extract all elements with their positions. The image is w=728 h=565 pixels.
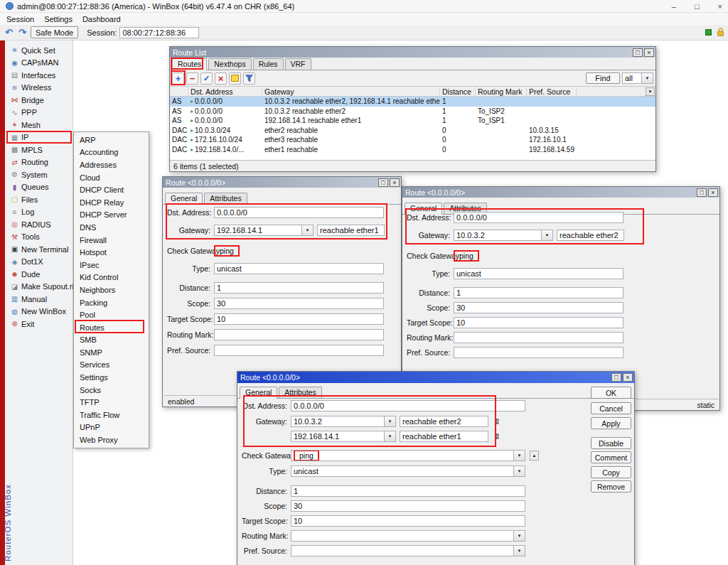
distance-field[interactable]: 1 [214, 282, 384, 294]
check-gateway-field[interactable]: ping▼ [291, 450, 525, 461]
table-row[interactable]: DAC▸10.0.3.0/24ether2 reachable010.0.3.1… [170, 126, 655, 136]
tab-routes[interactable]: Routes [172, 58, 207, 70]
pref-source-field[interactable] [454, 347, 623, 358]
ip-submenu-dhcp-client[interactable]: DHCP Client [74, 183, 149, 196]
check-gateway-field-text[interactable]: ping [291, 450, 514, 461]
add-route-button[interactable]: + [172, 72, 184, 85]
ip-submenu-cloud[interactable]: Cloud [74, 171, 149, 184]
menu-dashboard[interactable]: Dashboard [77, 15, 126, 23]
remove-entry-icon[interactable]: ▲ [530, 451, 539, 461]
sidebar-item-make-supout-rif[interactable]: ◪Make Supout.rif [5, 281, 73, 294]
gateway-status-field[interactable]: reachable ether2 [400, 416, 488, 427]
column-header-distance[interactable]: Distance [440, 87, 476, 96]
table-row[interactable]: DAC▸192.168.14.0/...ether1 reachable0192… [170, 145, 655, 155]
reorder-gateway-icon[interactable]: ⇕ [494, 417, 500, 426]
menu-settings[interactable]: Settings [39, 15, 77, 23]
ip-submenu-neighbors[interactable]: Neighbors [74, 284, 149, 296]
ip-submenu-tftp[interactable]: TFTP [74, 396, 149, 409]
ip-submenu-socks[interactable]: Socks [74, 384, 149, 397]
ip-submenu-arp[interactable]: ARP [74, 134, 149, 146]
distance-field[interactable]: 1 [291, 485, 525, 497]
sidebar-item-dude[interactable]: ☻Dude [5, 268, 73, 281]
ip-submenu-dns[interactable]: DNS [74, 221, 149, 234]
column-chooser-icon[interactable]: ▼ [646, 87, 655, 96]
table-row[interactable]: DAC▸172.16.10.0/24ether3 reachable0172.1… [170, 135, 655, 145]
gateway-status-field[interactable]: reachable ether1 [400, 431, 488, 442]
sidebar-item-bridge[interactable]: ⋈Bridge [5, 94, 73, 107]
gateway-status-field[interactable]: reachable ether1 [317, 225, 385, 236]
dropdown-arrow-icon[interactable]: ▼ [302, 225, 314, 236]
sidebar-item-wireless[interactable]: ≋Wireless [5, 82, 73, 95]
routing-mark-field[interactable]: ▼ [291, 530, 525, 542]
filter-scope-select[interactable]: all ▼ [622, 72, 653, 84]
sidebar-item-queues[interactable]: ▮Queues [5, 181, 73, 194]
ip-submenu-dhcp-server[interactable]: DHCP Server [74, 209, 149, 222]
dropdown-arrow-icon[interactable]: ▼ [385, 416, 396, 427]
safe-mode-button[interactable]: Safe Mode [31, 26, 78, 38]
apply-button[interactable]: Apply [591, 417, 631, 429]
scope-field[interactable]: 30 [454, 302, 623, 313]
ip-submenu-hotspot[interactable]: Hotspot [74, 246, 149, 259]
ip-submenu-packing[interactable]: Packing [74, 296, 149, 309]
ip-submenu-kid-control[interactable]: Kid Control [74, 271, 149, 284]
find-button[interactable]: Find [586, 72, 620, 84]
sidebar-item-tools[interactable]: ⚒Tools [5, 231, 73, 244]
session-field[interactable]: 08:00:27:12:88:36 [119, 27, 199, 38]
sidebar-item-interfaces[interactable]: ▤Interfaces [5, 69, 73, 82]
sidebar-item-log[interactable]: ≡Log [5, 206, 73, 219]
gateway-status-field[interactable]: reachable ether2 [557, 230, 624, 241]
cancel-button[interactable]: Cancel [591, 402, 631, 414]
target-scope-field[interactable]: 10 [454, 317, 623, 328]
ip-submenu-snmp[interactable]: SNMP [74, 346, 149, 359]
routing-mark-field-text[interactable] [291, 530, 514, 542]
ip-submenu-settings[interactable]: Settings [74, 371, 149, 384]
gateway-field[interactable]: 192.168.14.1▼ [291, 431, 396, 442]
pref-source-field-text[interactable] [291, 545, 514, 556]
column-header-flags[interactable] [170, 87, 188, 96]
sidebar-item-new-winbox[interactable]: ◍New WinBox [5, 306, 73, 318]
column-header-routing-mark[interactable]: Routing Mark [476, 87, 527, 96]
sidebar-item-mpls[interactable]: ▩MPLS [5, 144, 73, 156]
disable-route-button[interactable]: × [215, 72, 227, 85]
column-header-pref-source[interactable]: Pref. Source [527, 87, 577, 96]
ip-submenu-accounting[interactable]: Accounting [74, 146, 149, 159]
target-scope-field[interactable]: 10 [291, 515, 525, 527]
dropdown-arrow-icon[interactable]: ▼ [542, 230, 553, 241]
ip-submenu-smb[interactable]: SMB [74, 334, 149, 347]
dropdown-arrow-icon[interactable]: ▼ [514, 530, 525, 542]
ip-submenu-traffic-flow[interactable]: Traffic Flow [74, 409, 149, 421]
dst-address-field[interactable]: 0.0.0.0/0 [214, 207, 384, 218]
sidebar-item-dot1x[interactable]: ◈Dot1X [5, 256, 73, 269]
dropdown-arrow-icon[interactable]: ▼ [514, 466, 525, 477]
type-field-text[interactable]: unicast [291, 466, 514, 477]
tab-rules[interactable]: Rules [253, 58, 284, 70]
dropdown-arrow-icon[interactable]: ▼ [514, 450, 525, 461]
sidebar-item-system[interactable]: ⚙System [5, 168, 73, 181]
ip-submenu-firewall[interactable]: Firewall [74, 234, 149, 247]
sidebar-item-manual[interactable]: ▥Manual [5, 293, 73, 306]
table-row[interactable]: AS▸0.0.0.0/0192.168.14.1 reachable ether… [170, 116, 655, 126]
column-header-gateway[interactable]: Gateway [262, 87, 440, 96]
target-scope-field[interactable]: 10 [214, 313, 384, 325]
column-header-dst-address[interactable]: Dst. Address [188, 87, 262, 96]
gateway-field-text[interactable]: 10.0.3.2 [454, 230, 542, 241]
pref-source-field[interactable]: ▼ [291, 545, 525, 556]
sidebar-item-capsman[interactable]: ◉CAPsMAN [5, 57, 73, 70]
reorder-gateway-icon[interactable]: ⇕ [494, 432, 500, 441]
remove-button[interactable]: Remove [591, 480, 631, 493]
dropdown-arrow-icon[interactable]: ▼ [514, 545, 525, 556]
ip-submenu-routes[interactable]: Routes [74, 321, 149, 334]
sidebar-item-exit[interactable]: ⊗Exit [5, 318, 73, 330]
table-row[interactable]: AS▸0.0.0.0/010.0.3.2 reachable ether21To… [170, 107, 655, 117]
gateway-field[interactable]: 10.0.3.2▼ [291, 416, 396, 427]
ip-submenu-web-proxy[interactable]: Web Proxy [74, 434, 149, 446]
sidebar-item-ip[interactable]: ▦IP [5, 131, 73, 144]
distance-field[interactable]: 1 [454, 287, 623, 298]
disable-button[interactable]: Disable [591, 437, 631, 449]
gateway-field-text[interactable]: 10.0.3.2 [291, 416, 385, 427]
comment-button[interactable]: Comment [591, 451, 631, 463]
restore-button[interactable]: □ [633, 48, 643, 57]
undo-icon[interactable]: ↶ [4, 27, 14, 38]
type-field[interactable]: unicast [454, 268, 623, 279]
ip-submenu-pool[interactable]: Pool [74, 308, 149, 321]
